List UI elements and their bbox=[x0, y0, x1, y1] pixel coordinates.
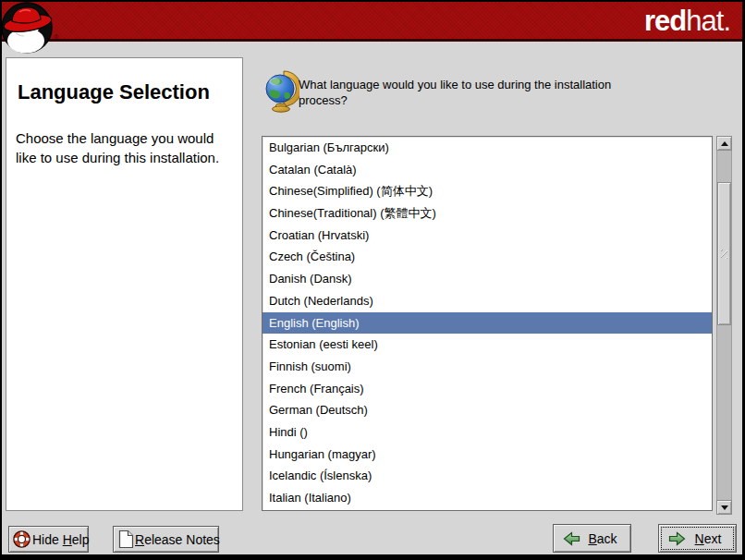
lifebuoy-icon bbox=[12, 530, 31, 549]
language-option[interactable]: Chinese(Simplified) (简体中文) bbox=[263, 180, 712, 202]
language-option[interactable]: Finnish (suomi) bbox=[263, 356, 712, 378]
list-scrollbar[interactable] bbox=[716, 136, 732, 515]
installer-window: redhat. ® Language Selection Choose the … bbox=[0, 0, 745, 560]
trademark-symbol: ® bbox=[54, 33, 59, 42]
language-option[interactable]: Danish (Dansk) bbox=[263, 268, 712, 290]
back-button[interactable]: Back bbox=[553, 524, 631, 553]
redhat-shadowman-logo-icon bbox=[1, 1, 55, 55]
language-option[interactable]: Dutch (Nederlands) bbox=[263, 290, 712, 312]
language-option[interactable]: Chinese(Traditional) (繁體中文) bbox=[263, 202, 712, 225]
next-button[interactable]: Next bbox=[658, 524, 737, 553]
language-option[interactable]: Catalan (Català) bbox=[263, 159, 712, 181]
scroll-up-button[interactable] bbox=[716, 136, 732, 151]
header-banner: redhat. bbox=[2, 2, 742, 42]
globe-icon bbox=[264, 70, 299, 113]
button-label: Next bbox=[686, 531, 736, 546]
language-option[interactable]: German (Deutsch) bbox=[263, 399, 712, 421]
language-option[interactable]: Italian (Italiano) bbox=[263, 487, 712, 509]
language-option[interactable]: Hindi () bbox=[263, 421, 712, 444]
scrollbar-thumb[interactable] bbox=[717, 182, 731, 325]
language-list[interactable]: Bulgarian (Български)Catalan (Català)Chi… bbox=[262, 136, 713, 511]
help-panel: Language Selection Choose the language y… bbox=[6, 57, 243, 511]
hide-help-button[interactable]: Hide Help bbox=[8, 526, 89, 553]
document-icon bbox=[118, 530, 134, 549]
language-option[interactable]: Czech (Čeština) bbox=[263, 246, 712, 268]
release-notes-button[interactable]: Release Notes bbox=[113, 526, 219, 553]
button-label: Back bbox=[580, 531, 630, 546]
redhat-wordmark: redhat. bbox=[644, 3, 730, 40]
scroll-down-button[interactable] bbox=[716, 500, 732, 515]
arrow-right-icon bbox=[668, 531, 686, 546]
brand-bold-text: red bbox=[644, 5, 686, 37]
help-text: Choose the language you would like to us… bbox=[16, 128, 229, 167]
page-title: Language Selection bbox=[18, 80, 229, 104]
language-option[interactable]: English (English) bbox=[263, 312, 712, 335]
arrow-left-icon bbox=[563, 531, 580, 546]
language-option[interactable]: French (Français) bbox=[263, 378, 712, 400]
chevron-down-icon bbox=[721, 505, 728, 514]
button-label: Hide bbox=[32, 532, 63, 547]
question-text: What language would you like to use duri… bbox=[299, 77, 639, 108]
language-option[interactable]: Hungarian (magyar) bbox=[263, 444, 712, 466]
language-option[interactable]: Icelandic (Íslenska) bbox=[263, 465, 712, 487]
language-option[interactable]: Bulgarian (Български) bbox=[263, 137, 712, 159]
chevron-up-icon bbox=[721, 138, 728, 146]
language-option[interactable]: Estonian (eesti keel) bbox=[263, 334, 712, 356]
language-option[interactable]: Croatian (Hrvatski) bbox=[263, 225, 712, 247]
brand-light-text: hat. bbox=[686, 5, 730, 37]
scrollbar-trough[interactable] bbox=[716, 151, 732, 500]
